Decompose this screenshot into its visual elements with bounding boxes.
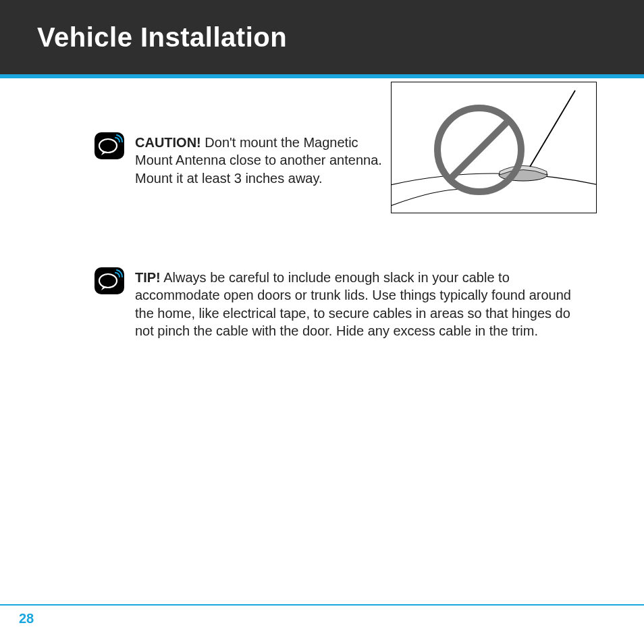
page-header: Vehicle Installation: [0, 0, 644, 74]
caution-text: CAUTION! Don't mount the Magnetic Mount …: [135, 132, 391, 187]
antenna-prohibited-diagram: [391, 82, 597, 213]
svg-line-4: [450, 120, 509, 180]
caution-label: CAUTION!: [135, 135, 201, 150]
page-content: CAUTION! Don't mount the Magnetic Mount …: [0, 78, 644, 340]
page-number: 28: [0, 611, 644, 644]
caution-row: CAUTION! Don't mount the Magnetic Mount …: [95, 132, 597, 213]
antenna-diagram-col: [391, 82, 597, 213]
page-footer: 28: [0, 604, 644, 644]
caution-icon-col: [95, 132, 135, 159]
speech-signal-icon: [95, 132, 124, 159]
manual-page: Vehicle Installation CAUTION! Don't moun…: [0, 0, 644, 644]
tip-row: TIP! Always be careful to include enough…: [95, 267, 597, 340]
svg-line-2: [530, 90, 575, 167]
svg-point-5: [99, 274, 117, 288]
tip-body: Always be careful to include enough slac…: [135, 270, 571, 338]
tip-text: TIP! Always be careful to include enough…: [135, 267, 597, 340]
tip-icon-col: [95, 267, 135, 294]
svg-point-0: [99, 139, 117, 153]
page-title: Vehicle Installation: [37, 22, 287, 53]
tip-label: TIP!: [135, 270, 161, 285]
speech-signal-icon: [95, 267, 124, 294]
footer-accent-line: [0, 604, 644, 606]
